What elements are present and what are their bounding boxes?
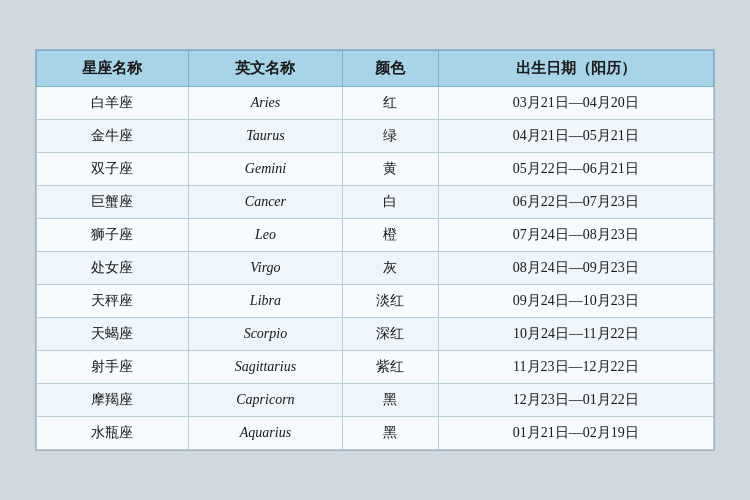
cell-chinese-name: 射手座	[37, 351, 189, 384]
cell-chinese-name: 巨蟹座	[37, 186, 189, 219]
table-row: 双子座Gemini黄05月22日—06月21日	[37, 153, 714, 186]
cell-dates: 12月23日—01月22日	[438, 384, 713, 417]
zodiac-table: 星座名称 英文名称 颜色 出生日期（阳历） 白羊座Aries红03月21日—04…	[36, 50, 714, 450]
table-row: 狮子座Leo橙07月24日—08月23日	[37, 219, 714, 252]
table-row: 巨蟹座Cancer白06月22日—07月23日	[37, 186, 714, 219]
table-row: 射手座Sagittarius紫红11月23日—12月22日	[37, 351, 714, 384]
cell-dates: 01月21日—02月19日	[438, 417, 713, 450]
cell-chinese-name: 处女座	[37, 252, 189, 285]
cell-chinese-name: 双子座	[37, 153, 189, 186]
header-english-name: 英文名称	[188, 51, 342, 87]
cell-color: 红	[343, 87, 439, 120]
table-header-row: 星座名称 英文名称 颜色 出生日期（阳历）	[37, 51, 714, 87]
cell-chinese-name: 白羊座	[37, 87, 189, 120]
zodiac-table-container: 星座名称 英文名称 颜色 出生日期（阳历） 白羊座Aries红03月21日—04…	[35, 49, 715, 451]
cell-dates: 08月24日—09月23日	[438, 252, 713, 285]
cell-dates: 03月21日—04月20日	[438, 87, 713, 120]
cell-chinese-name: 狮子座	[37, 219, 189, 252]
cell-english-name: Capricorn	[188, 384, 342, 417]
header-chinese-name: 星座名称	[37, 51, 189, 87]
cell-english-name: Gemini	[188, 153, 342, 186]
cell-color: 黑	[343, 417, 439, 450]
cell-chinese-name: 天蝎座	[37, 318, 189, 351]
cell-english-name: Aquarius	[188, 417, 342, 450]
table-row: 处女座Virgo灰08月24日—09月23日	[37, 252, 714, 285]
cell-chinese-name: 摩羯座	[37, 384, 189, 417]
header-dates: 出生日期（阳历）	[438, 51, 713, 87]
cell-english-name: Taurus	[188, 120, 342, 153]
table-body: 白羊座Aries红03月21日—04月20日金牛座Taurus绿04月21日—0…	[37, 87, 714, 450]
cell-dates: 05月22日—06月21日	[438, 153, 713, 186]
table-row: 水瓶座Aquarius黑01月21日—02月19日	[37, 417, 714, 450]
cell-color: 绿	[343, 120, 439, 153]
cell-english-name: Scorpio	[188, 318, 342, 351]
cell-english-name: Virgo	[188, 252, 342, 285]
header-color: 颜色	[343, 51, 439, 87]
cell-english-name: Aries	[188, 87, 342, 120]
table-row: 天秤座Libra淡红09月24日—10月23日	[37, 285, 714, 318]
cell-dates: 07月24日—08月23日	[438, 219, 713, 252]
cell-dates: 10月24日—11月22日	[438, 318, 713, 351]
cell-chinese-name: 天秤座	[37, 285, 189, 318]
cell-dates: 09月24日—10月23日	[438, 285, 713, 318]
table-row: 天蝎座Scorpio深红10月24日—11月22日	[37, 318, 714, 351]
table-row: 摩羯座Capricorn黑12月23日—01月22日	[37, 384, 714, 417]
cell-dates: 06月22日—07月23日	[438, 186, 713, 219]
cell-color: 黄	[343, 153, 439, 186]
cell-color: 紫红	[343, 351, 439, 384]
cell-dates: 11月23日—12月22日	[438, 351, 713, 384]
cell-color: 黑	[343, 384, 439, 417]
cell-english-name: Sagittarius	[188, 351, 342, 384]
cell-chinese-name: 金牛座	[37, 120, 189, 153]
cell-color: 深红	[343, 318, 439, 351]
cell-chinese-name: 水瓶座	[37, 417, 189, 450]
table-row: 白羊座Aries红03月21日—04月20日	[37, 87, 714, 120]
cell-color: 灰	[343, 252, 439, 285]
cell-color: 淡红	[343, 285, 439, 318]
cell-color: 白	[343, 186, 439, 219]
cell-color: 橙	[343, 219, 439, 252]
cell-dates: 04月21日—05月21日	[438, 120, 713, 153]
table-row: 金牛座Taurus绿04月21日—05月21日	[37, 120, 714, 153]
cell-english-name: Cancer	[188, 186, 342, 219]
cell-english-name: Libra	[188, 285, 342, 318]
cell-english-name: Leo	[188, 219, 342, 252]
